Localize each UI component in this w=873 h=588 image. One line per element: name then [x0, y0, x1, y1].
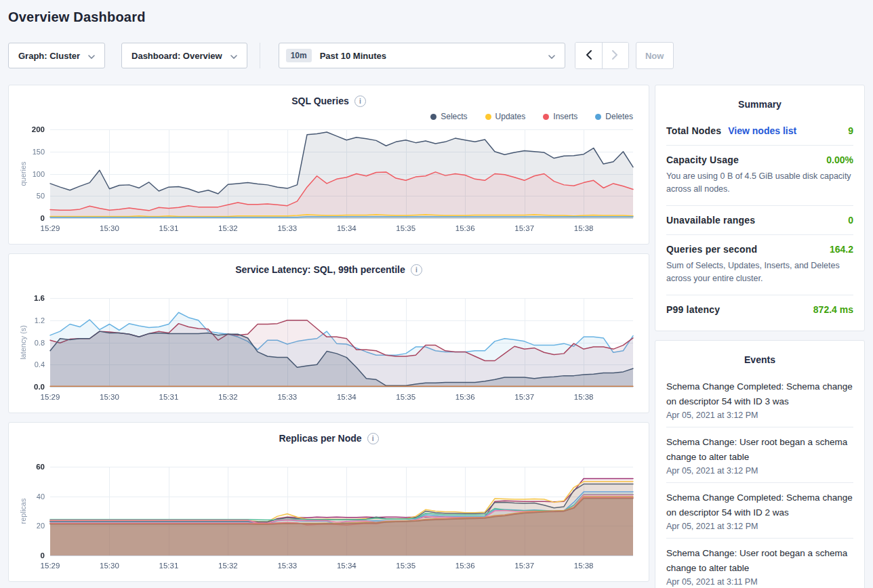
chart-legend-spacer — [18, 446, 640, 462]
chevron-down-icon — [548, 51, 555, 61]
toolbar-divider — [260, 43, 260, 68]
events-title: Events — [666, 350, 853, 372]
legend-dot — [430, 114, 436, 120]
time-range-badge: 10m — [286, 49, 312, 62]
event-timestamp: Apr 05, 2021 at 3:12 PM — [666, 466, 853, 476]
time-prev-button[interactable] — [575, 43, 602, 68]
summary-row-total-nodes: Total Nodes View nodes list 9 — [666, 117, 853, 145]
legend-item-inserts: Inserts — [543, 112, 577, 121]
legend-item-deletes: Deletes — [595, 112, 633, 121]
qps-description: Sum of Selects, Updates, Inserts, and De… — [666, 259, 853, 286]
total-nodes-value: 9 — [848, 125, 853, 136]
chevron-down-icon — [88, 51, 95, 61]
service-latency-chart[interactable] — [18, 293, 640, 408]
qps-label: Queries per second — [666, 244, 757, 255]
dashboard-dropdown-label: Dashboard: Overview — [131, 51, 222, 61]
summary-title: Summary — [666, 95, 853, 117]
unavailable-ranges-value: 0 — [848, 215, 853, 226]
info-icon[interactable]: i — [367, 433, 379, 444]
legend-dot — [543, 114, 549, 120]
event-message: Schema Change Completed: Schema change o… — [666, 490, 853, 520]
chevron-down-icon — [230, 51, 237, 61]
replicas-per-node-chart[interactable] — [18, 462, 640, 577]
events-panel: Events Schema Change Completed: Schema c… — [655, 340, 865, 588]
capacity-value: 0.00% — [826, 154, 853, 165]
time-range-dropdown[interactable]: 10m Past 10 Minutes — [279, 43, 565, 68]
chart-legend: SelectsUpdatesInsertsDeletes — [18, 108, 640, 125]
event-item: Schema Change Completed: Schema change o… — [666, 372, 853, 427]
event-item: Schema Change: User root began a schema … — [666, 427, 853, 483]
chart-title: SQL Queries — [291, 96, 349, 106]
p99-latency-label: P99 latency — [666, 304, 720, 315]
chart-title: Replicas per Node — [279, 433, 361, 444]
chart-title: Service Latency: SQL, 99th percentile — [235, 264, 405, 275]
overview-dashboard-page: Overview Dashboard Graph: Cluster Dashbo… — [0, 0, 873, 588]
p99-latency-value: 872.4 ms — [813, 304, 853, 315]
event-message: Schema Change Completed: Schema change o… — [666, 379, 853, 409]
summary-row-capacity: Capacity Usage 0.00% You are using 0 B o… — [666, 145, 853, 205]
time-range-label: Past 10 Minutes — [320, 51, 386, 61]
info-icon[interactable]: i — [354, 96, 366, 107]
events-list: Schema Change Completed: Schema change o… — [666, 372, 853, 588]
capacity-description: You are using 0 B of 4.5 GiB usable disk… — [666, 170, 853, 196]
replicas-per-node-card: Replicas per Node i — [8, 422, 649, 582]
summary-row-qps: Queries per second 164.2 Sum of Selects,… — [666, 234, 853, 295]
legend-item-selects: Selects — [430, 112, 467, 121]
graph-dropdown[interactable]: Graph: Cluster — [8, 43, 105, 68]
summary-panel: Summary Total Nodes View nodes list 9 Ca… — [655, 85, 865, 331]
capacity-label: Capacity Usage — [666, 154, 739, 165]
event-message: Schema Change: User root began a schema … — [666, 435, 853, 465]
total-nodes-label: Total Nodes — [666, 125, 721, 136]
event-timestamp: Apr 05, 2021 at 3:11 PM — [666, 577, 853, 587]
summary-row-p99-latency: P99 latency 872.4 ms — [666, 295, 853, 324]
summary-row-unavailable-ranges: Unavailable ranges 0 — [666, 205, 853, 234]
event-item: Schema Change Completed: Schema change o… — [666, 483, 853, 539]
event-item: Schema Change: User root began a schema … — [666, 539, 853, 588]
sql-queries-card: SQL Queries i SelectsUpdatesInsertsDelet… — [8, 85, 649, 245]
sql-queries-chart[interactable] — [18, 125, 640, 240]
event-message: Schema Change: User root began a schema … — [666, 546, 853, 576]
qps-value: 164.2 — [830, 244, 853, 255]
event-timestamp: Apr 05, 2021 at 3:12 PM — [666, 522, 853, 531]
unavailable-ranges-label: Unavailable ranges — [666, 215, 755, 226]
page-title: Overview Dashboard — [8, 9, 865, 25]
dashboard-dropdown[interactable]: Dashboard: Overview — [121, 43, 247, 68]
chevron-right-icon — [612, 50, 618, 62]
legend-dot — [595, 114, 601, 120]
side-column: Summary Total Nodes View nodes list 9 Ca… — [655, 85, 865, 588]
charts-column: SQL Queries i SelectsUpdatesInsertsDelet… — [8, 85, 649, 588]
toolbar: Graph: Cluster Dashboard: Overview 10m P… — [8, 42, 865, 69]
event-timestamp: Apr 05, 2021 at 3:12 PM — [666, 411, 853, 420]
legend-dot — [485, 114, 491, 120]
info-icon[interactable]: i — [411, 264, 422, 276]
main-content: SQL Queries i SelectsUpdatesInsertsDelet… — [8, 85, 865, 588]
now-button[interactable]: Now — [636, 42, 674, 69]
graph-dropdown-label: Graph: Cluster — [18, 51, 80, 61]
view-nodes-list-link[interactable]: View nodes list — [728, 125, 796, 136]
chart-legend-spacer — [18, 277, 640, 293]
time-next-button[interactable] — [602, 43, 628, 68]
legend-item-updates: Updates — [485, 112, 526, 121]
chevron-left-icon — [586, 50, 592, 62]
service-latency-card: Service Latency: SQL, 99th percentile i — [8, 253, 649, 413]
time-nav-group — [575, 42, 629, 69]
